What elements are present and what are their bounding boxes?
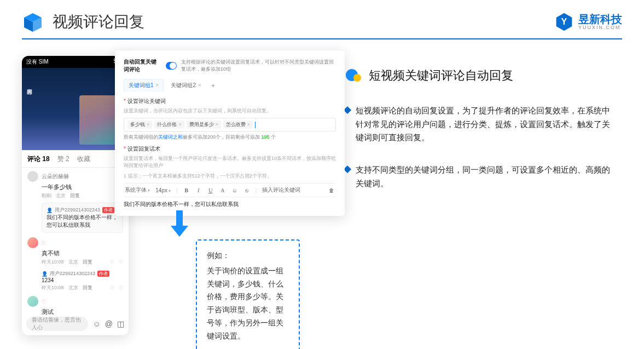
comment-body: 真不错 — [27, 249, 123, 258]
remove-icon[interactable]: × — [147, 122, 149, 127]
reply-body: 我们不同的版本价格不一样，您可以私信联系我 — [47, 214, 118, 229]
keyword-tag[interactable]: 费用是多少× — [187, 121, 221, 129]
fan-icon: ♡ — [42, 299, 47, 305]
comment-list: 云朵的赫赫 一年多少钱 刚刚 北京 回复 👤用户2299214302243 作者… — [22, 168, 129, 324]
reply-link[interactable]: 回复 — [70, 192, 80, 199]
svg-text:Y: Y — [561, 16, 567, 26]
tab-group-1[interactable]: 关键词组1× — [124, 79, 164, 92]
phone-tabs: 评论 18 赞 2 收藏 — [22, 150, 129, 168]
header: 视频评论回复 Y 昱新科技 YUUXIN.COM — [0, 0, 644, 38]
page-title: 视频评论回复 — [53, 12, 144, 32]
diamond-icon — [344, 165, 351, 173]
emoji-icon[interactable]: ☺ — [231, 187, 238, 193]
logo-hex-icon: Y — [554, 12, 574, 32]
logo: Y 昱新科技 YUUXIN.COM — [554, 12, 622, 32]
bullet-text: 支持不同类型的关键词分组，同一类问题，可设置多个相近的、高频的关键词。 — [356, 163, 611, 190]
size-select[interactable]: 14px — [155, 187, 171, 193]
at-icon[interactable]: @ — [105, 319, 113, 328]
avatar — [27, 237, 38, 248]
logo-sub: YUUXIN.COM — [578, 25, 622, 31]
switch-label: 自动回复关键词评论 — [124, 58, 161, 73]
tab-likes[interactable]: 赞 2 — [57, 155, 69, 164]
section-title: 短视频关键词评论自动回复 — [369, 67, 513, 84]
author-reply: 👤用户2299214302243 作者 1234 昨天10:08 北京 回复 ♡… — [42, 269, 123, 291]
keyword-tags-input[interactable]: 多少钱× 什么价格× 费用是多少× 怎么收费× — [124, 118, 336, 131]
text-cursor — [255, 122, 256, 128]
settings-panel: 自动回复关键词评论 支持根据评论的关键词设置回复话术，可以针对不同类型关键词设置… — [115, 50, 345, 216]
tab-comments[interactable]: 评论 18 — [27, 155, 50, 164]
reply-hint: 设置回复话术，每回复一个用户评论只发送一条话术。最多支持设置10条不同话术，按添… — [124, 155, 336, 169]
svg-rect-5 — [176, 210, 183, 227]
dislike-icon[interactable]: ♡ — [119, 260, 123, 265]
italic-icon[interactable]: I — [195, 187, 202, 193]
keywords-label: 设置评论关键词 — [124, 98, 336, 105]
reply-user: 用户2299214302243 — [50, 270, 95, 277]
add-tab-button[interactable]: + — [208, 83, 218, 89]
dislike-icon[interactable]: ♡ — [119, 285, 123, 291]
comment-item: ♡ 真不错 昨天10:08 北京 回复 ♡♡ 👤用户2299214302243 … — [27, 237, 123, 291]
bullet-item: 短视频评论的自动回复设置，为了提升作者的评论回复效率，在系统中针对常见的评论用户… — [345, 104, 622, 145]
reply-link[interactable]: 回复 — [83, 259, 92, 266]
like-icon[interactable]: ♡ — [110, 260, 114, 265]
example-heading: 例如： — [207, 249, 289, 262]
tab-group-2[interactable]: 关键词组2× — [166, 79, 206, 92]
underline-icon[interactable]: U — [207, 187, 214, 193]
keyword-tag[interactable]: 怎么收费× — [223, 121, 253, 129]
keyword-count: 所有关键词组的关键词之和最多可添加200个，目前剩余可添加 195 个 — [124, 134, 336, 141]
color-icon[interactable]: A — [219, 187, 226, 193]
header-left: 视频评论回复 — [22, 11, 144, 33]
phone-mockup: 没有 SIM 5:11 有想办有闲 评论 18 赞 2 收藏 云朵的赫赫 一年多… — [22, 56, 129, 335]
reply-label: 设置回复话术 — [124, 145, 336, 153]
svg-point-8 — [353, 74, 361, 82]
toggle-switch[interactable] — [166, 62, 177, 70]
editor-toolbar: 系统字体 14px | B I U A ☺ ⎋ | 插入评论关键词 🗑 — [124, 183, 336, 197]
author-badge: 作者 — [97, 271, 109, 277]
close-icon[interactable]: × — [156, 82, 159, 88]
link-icon[interactable]: ⎋ — [243, 187, 250, 193]
avatar-icon: 👤 — [47, 208, 53, 213]
like-icon[interactable]: ♡ — [110, 285, 114, 291]
reply-meta: 昨天10:08 北京 回复 ♡♡ — [42, 284, 123, 291]
remove-icon[interactable]: × — [216, 122, 218, 127]
avatar-icon: 👤 — [42, 271, 48, 277]
bullet-text: 短视频评论的自动回复设置，为了提升作者的评论回复效率，在系统中针对常见的评论用户… — [356, 104, 611, 145]
keyword-tag[interactable]: 多少钱× — [127, 121, 152, 129]
sim-status: 没有 SIM — [26, 58, 49, 66]
section-heading: 短视频关键词评论自动回复 — [345, 67, 622, 84]
comment-input-bar: 善语结善缘，恶言伤人心 ☺ @ ◫ — [26, 317, 124, 331]
panel-header-row: 自动回复关键词评论 支持根据评论的关键词设置回复话术，可以针对不同类型关键词设置… — [124, 58, 336, 73]
bold-icon[interactable]: B — [183, 187, 190, 193]
image-icon[interactable]: ◫ — [117, 319, 124, 328]
remove-icon[interactable]: × — [178, 122, 181, 127]
keyword-tag[interactable]: 什么价格× — [154, 121, 184, 129]
logo-name: 昱新科技 — [578, 13, 622, 25]
fan-icon: ♡ — [42, 240, 47, 246]
diamond-icon — [344, 106, 351, 114]
avatar — [27, 171, 38, 182]
tab-favs[interactable]: 收藏 — [77, 155, 90, 164]
example-box: 例如： 关于询价的设置成一组关键词，多少钱、什么价格，费用多少等。关于咨询班型、… — [196, 239, 300, 349]
delete-icon[interactable]: 🗑 — [328, 187, 335, 193]
remove-icon[interactable]: × — [247, 122, 250, 127]
cube-icon — [22, 11, 44, 33]
emoji-icon[interactable]: ☺ — [92, 319, 100, 328]
comment-meta: 昨天10:08 北京 回复 ♡♡ — [27, 259, 123, 266]
close-icon[interactable]: × — [198, 82, 201, 88]
editor-content[interactable]: 我们不同的版本价格不一样，您可以私信联系我 — [124, 201, 336, 208]
keywords-hint: 设置关键词，当评论区内容包含了以下关键词，则系统可自动回复。 — [124, 107, 336, 115]
phone-status-bar: 没有 SIM 5:11 — [22, 56, 129, 68]
comment-item: 云朵的赫赫 一年多少钱 刚刚 北京 回复 👤用户2299214302243 作者… — [27, 171, 123, 233]
comment-item: ♡ 测试 — [27, 296, 123, 316]
video-thumbnail — [79, 95, 118, 145]
font-select[interactable]: 系统字体 — [125, 186, 150, 194]
svg-marker-6 — [171, 226, 188, 237]
left-column: 没有 SIM 5:11 有想办有闲 评论 18 赞 2 收藏 云朵的赫赫 一年多… — [22, 50, 328, 341]
comment-body: 一年多少钱 — [27, 183, 123, 191]
reply-tip: 1 提示：一个富文本框最多支持512个字符，一个汉字占用2个字符。 — [124, 173, 336, 180]
example-body: 关于询价的设置成一组关键词，多少钱、什么价格，费用多少等。关于咨询班型、版本、型… — [207, 265, 289, 343]
avatar — [27, 296, 38, 307]
comment-input[interactable]: 善语结善缘，恶言伤人心 — [26, 317, 88, 331]
comment-meta: 刚刚 北京 回复 — [27, 192, 123, 199]
commenter-name: 云朵的赫赫 — [42, 173, 69, 180]
insert-keyword-button[interactable]: 插入评论关键词 — [262, 186, 300, 194]
